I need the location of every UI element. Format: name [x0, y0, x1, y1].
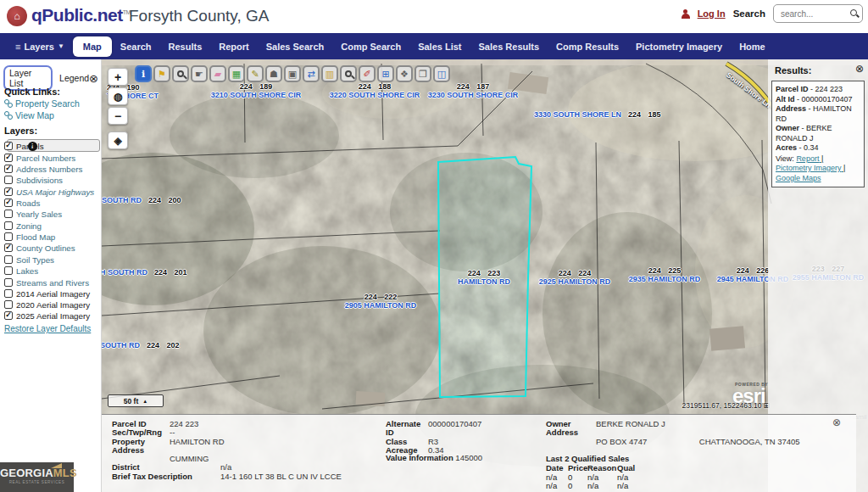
layer-row-roads[interactable]: Roads	[4, 198, 40, 208]
property-search-link[interactable]: Property Search	[4, 98, 80, 109]
stamp-tool-button[interactable]: ☗	[265, 65, 282, 82]
swap-view-tool-button[interactable]: ⇄	[303, 65, 320, 82]
nav-search[interactable]: Search	[112, 37, 160, 56]
pages-tool-button[interactable]: ❐	[415, 65, 431, 82]
print-grid-tool-button[interactable]: ⊞	[377, 65, 394, 82]
results-title: Results:	[775, 65, 811, 75]
result-acres: 0.34	[797, 143, 819, 152]
scale-bar[interactable]: 50 ft ▲	[108, 394, 164, 407]
tab-legend[interactable]: Legend	[59, 73, 89, 83]
zoom-out-button[interactable]: −	[108, 107, 128, 125]
hamburger-icon: ≡	[15, 42, 20, 52]
layer-checkbox[interactable]	[4, 221, 13, 230]
layer-checkbox[interactable]	[4, 198, 13, 207]
nav-results[interactable]: Results	[160, 37, 211, 56]
identify-tool-button[interactable]: ℹ	[135, 65, 152, 82]
layer-row-yearly-sales[interactable]: Yearly Sales	[4, 209, 62, 219]
layer-checkbox[interactable]	[4, 232, 13, 241]
layer-checkbox[interactable]	[4, 266, 13, 275]
layer-row-2014-aerial[interactable]: 2014 Aerial Imagery	[4, 288, 90, 299]
cluster-tool-button[interactable]: ❖	[396, 65, 413, 82]
layer-row-address-numbers[interactable]: Address Numbers	[4, 164, 82, 174]
parcel-label: 224 2252935 HAMILTON RD	[629, 267, 701, 283]
layer-row-lakes[interactable]: Lakes	[4, 266, 38, 276]
search-input[interactable]	[779, 6, 847, 21]
layer-checkbox[interactable]	[4, 165, 13, 173]
nav-sales-list[interactable]: Sales List	[409, 37, 470, 56]
nav-pictometry-imagery[interactable]: Pictometry Imagery	[627, 37, 731, 56]
image-export-tool-button[interactable]: ▦	[228, 65, 245, 82]
view-map-link[interactable]: View Map	[4, 110, 54, 120]
nav-home[interactable]: Home	[731, 37, 774, 56]
nav-report[interactable]: Report	[210, 37, 257, 56]
layer-checkbox[interactable]	[4, 142, 13, 150]
restore-layer-defaults-link[interactable]: Restore Layer Defaults	[4, 324, 91, 333]
detail-value: 145000	[455, 453, 482, 462]
layer-checkbox[interactable]	[4, 154, 13, 162]
nav-layers[interactable]: ≡Layers▼	[7, 37, 73, 56]
google-maps-link[interactable]: Google Maps	[776, 174, 821, 182]
quick-links-title: Quick Links:	[4, 87, 60, 97]
nav-comp-results[interactable]: Comp Results	[548, 37, 627, 56]
layer-row-streams-rivers[interactable]: Streams and Rivers	[4, 277, 89, 288]
layer-checkbox[interactable]	[4, 210, 13, 218]
county-title: Forsyth County, GA	[129, 7, 269, 25]
layer-row-2020-aerial[interactable]: 2020 Aerial Imagery	[4, 299, 90, 310]
erase-tool-button[interactable]: ▰	[209, 65, 226, 82]
marker-tool-button[interactable]: ✎	[247, 65, 264, 82]
draw-tool-button[interactable]: ✐	[359, 65, 376, 82]
header-search-label[interactable]: Search	[733, 8, 765, 19]
results-close-icon[interactable]: ⊗	[855, 64, 864, 74]
parcel-detail-panel: ⊗ Parcel ID224 223 Sec/Twp/Rng-- Propert…	[102, 414, 856, 492]
home-extent-button[interactable]: ◍	[108, 87, 128, 105]
layer-checkbox[interactable]	[4, 278, 13, 287]
layer-row-2025-aerial[interactable]: 2025 Aerial Imagery	[4, 310, 90, 321]
snapshot-tool-button[interactable]: ▣	[284, 65, 301, 82]
layer-row-parcel-numbers[interactable]: Parcel Numbers	[4, 153, 75, 163]
qpublic-logo[interactable]: qPublic.netTM	[31, 5, 131, 25]
info-icon: ℹ	[142, 70, 145, 79]
layer-row-zoning[interactable]: Zoning	[4, 221, 42, 231]
result-card[interactable]: Parcel ID224 223 Alt Id000000170407 Addr…	[771, 81, 865, 187]
search-area-tool-button[interactable]	[340, 65, 357, 82]
roof-icon	[51, 463, 62, 468]
login-link[interactable]: Log In	[698, 8, 726, 19]
sales-row: n/a0n/an/a	[546, 482, 641, 491]
layer-checkbox[interactable]	[4, 255, 13, 264]
layer-row-subdivisions[interactable]: Subdivisions	[4, 175, 63, 185]
result-parcel-id: 224 223	[809, 85, 843, 93]
layer-row-county-outlines[interactable]: County Outlines	[4, 243, 75, 253]
magnifier-icon	[345, 70, 352, 77]
cluster-icon: ❖	[400, 70, 409, 79]
layer-checkbox[interactable]	[4, 187, 13, 196]
save-tool-button[interactable]: ◫	[433, 65, 450, 82]
layer-checkbox[interactable]	[4, 300, 13, 309]
measure-tool-button[interactable]: ▥	[321, 65, 338, 82]
nav-map[interactable]: Map	[73, 36, 112, 57]
zoom-in-button[interactable]: +	[108, 68, 128, 86]
sidebar-close-icon[interactable]: ⊗	[89, 73, 98, 84]
layer-row-soil-types[interactable]: Soil Types	[4, 254, 54, 265]
nav-sales-search[interactable]: Sales Search	[258, 37, 333, 56]
layer-row-usa-major-highways[interactable]: USA Major Highways	[4, 187, 94, 197]
locate-button[interactable]: ◈	[108, 131, 128, 149]
layer-checkbox[interactable]	[4, 176, 13, 184]
pushpin-tool-button[interactable]: ⚑	[153, 65, 170, 82]
layer-row-flood-map[interactable]: Flood Map	[4, 232, 55, 242]
layer-sidebar: Layer List Legend ⊗ Quick Links: Propert…	[0, 59, 102, 492]
pan-tool-button[interactable]: ☛	[191, 65, 208, 82]
detail-property-address: HAMILTON RD	[170, 438, 225, 446]
nav-sales-results[interactable]: Sales Results	[470, 37, 548, 56]
layer-row-parcels[interactable]: Parcels i	[4, 141, 44, 151]
detail-owner-address1: PO BOX 4747	[596, 438, 647, 446]
nav-comp-search[interactable]: Comp Search	[332, 37, 409, 56]
detail-tax-description: 14-1 160 LT 38 BL C UN IV LCCE	[220, 472, 342, 482]
pictometry-imagery-link[interactable]: Pictometry Imagery	[776, 164, 845, 172]
layer-checkbox[interactable]	[4, 243, 13, 252]
layer-checkbox[interactable]	[4, 311, 13, 320]
detail-close-icon[interactable]: ⊗	[832, 417, 841, 428]
layer-checkbox[interactable]	[4, 289, 13, 298]
search-icon[interactable]	[850, 9, 857, 16]
report-link[interactable]: Report	[796, 154, 823, 163]
zoom-area-tool-button[interactable]	[172, 65, 189, 82]
